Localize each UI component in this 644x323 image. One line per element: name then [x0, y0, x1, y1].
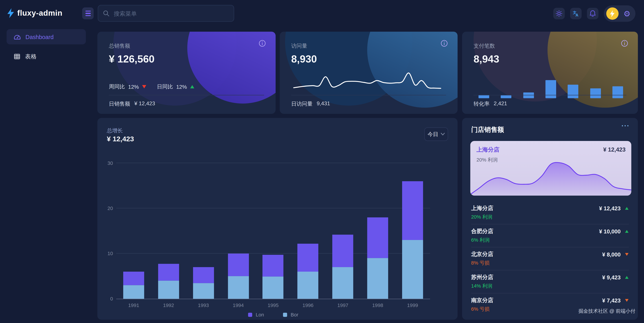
footer-label: 日销售额 — [109, 100, 130, 108]
theme-toggle-button[interactable] — [553, 8, 565, 19]
dashboard-gauge-icon — [14, 33, 21, 41]
bar-segment-lon — [298, 244, 318, 272]
search-box[interactable] — [98, 5, 234, 22]
store-note: 6% 利润 — [471, 237, 629, 244]
divider — [471, 247, 629, 247]
store-value: ¥ 8,000 — [602, 251, 620, 257]
featured-store-card[interactable]: 上海分店 ¥ 12,423 20% 利润 — [470, 141, 632, 196]
x-tick-label: 1996 — [298, 302, 318, 308]
x-tick-label: 1992 — [158, 302, 179, 308]
divider — [291, 95, 446, 95]
bar-group-1994[interactable] — [228, 163, 248, 299]
x-axis-labels: 199119921993199419951996199719981999 — [116, 302, 430, 308]
user-avatar[interactable] — [606, 8, 618, 20]
user-menu[interactable]: ⚙ — [604, 6, 636, 22]
sidebar-item-label: 表格 — [25, 53, 36, 60]
chevron-down-icon — [441, 133, 445, 136]
trend-down-icon — [625, 299, 628, 302]
trend-up-icon — [190, 85, 194, 88]
trend-down-icon — [625, 253, 628, 256]
legend-label: Bor — [291, 312, 298, 317]
sidebar-item-dashboard[interactable]: Dashboard — [6, 29, 86, 44]
settings-gear-icon[interactable]: ⚙ — [624, 10, 630, 17]
divider — [471, 224, 629, 224]
bar-group-1995[interactable] — [262, 163, 284, 299]
search-input[interactable] — [113, 10, 229, 17]
bell-icon — [590, 10, 596, 17]
x-tick-label: 1999 — [402, 302, 423, 308]
y-tick-label: 30 — [102, 160, 113, 166]
card-value: ¥ 126,560 — [109, 53, 154, 65]
bar-segment-lon — [193, 267, 214, 283]
divider — [474, 95, 626, 95]
sidebar-toggle-button[interactable] — [82, 8, 94, 19]
growth-title: 总增长 — [107, 127, 123, 134]
x-tick-label: 1998 — [367, 302, 388, 308]
stat-card-visits: 访问量 8,930 日访问量 9,431 — [280, 32, 458, 114]
growth-chart-card: 总增长 ¥ 12,423 今日 0102030 1991199219931994… — [97, 118, 458, 320]
bar-group-1993[interactable] — [193, 163, 214, 299]
featured-store-value: ¥ 12,423 — [603, 146, 626, 153]
bar-segment-lon — [158, 264, 179, 280]
legend-item-lon[interactable]: Lon — [248, 312, 264, 317]
x-tick-label: 1991 — [123, 302, 144, 308]
card-title: 总销售额 — [109, 42, 130, 50]
x-tick-label: 1997 — [332, 302, 353, 308]
visits-sparkline-chart — [293, 69, 442, 92]
bar-segment-bor — [298, 272, 318, 299]
info-icon[interactable] — [621, 40, 628, 47]
bar-segment-bor — [402, 240, 423, 299]
store-row[interactable]: 上海分店¥ 12,42320% 利润 — [471, 203, 629, 223]
bar-group-1999[interactable] — [402, 163, 423, 299]
bar-segment-lon — [228, 254, 248, 276]
mini-bar — [546, 80, 556, 98]
card-value: 8,943 — [474, 53, 500, 65]
trend-up-icon — [625, 230, 628, 233]
store-row[interactable]: 合肥分店¥ 10,0006% 利润 — [471, 226, 629, 246]
date-range-select[interactable]: 今日 — [424, 127, 448, 141]
legend-item-bor[interactable]: Bor — [283, 312, 298, 317]
featured-store-name: 上海分店 — [476, 146, 500, 154]
language-switch-button[interactable]: 文 A — [570, 8, 582, 19]
divider — [109, 95, 264, 95]
bar-group-1991[interactable] — [123, 163, 144, 299]
bar-group-1998[interactable] — [367, 163, 388, 299]
card-footer: 日销售额 ¥ 12,423 — [109, 100, 155, 108]
mini-bar — [523, 93, 534, 98]
hamburger-icon — [85, 11, 90, 12]
card-footer: 日访问量 9,431 — [291, 100, 330, 108]
store-name: 北京分店 — [471, 251, 602, 258]
panel-title: 门店销售额 — [471, 126, 504, 134]
y-tick-label: 20 — [102, 205, 113, 211]
brand-title: fluxy-admin — [17, 9, 62, 18]
chart-legend: LonBor — [116, 312, 430, 317]
trend-up-icon — [625, 207, 628, 210]
bar-group-1992[interactable] — [158, 163, 179, 299]
notifications-button[interactable] — [587, 8, 598, 19]
sidebar: Dashboard 表格 — [0, 27, 94, 323]
store-name: 苏州分店 — [471, 274, 602, 281]
sun-icon — [556, 10, 562, 17]
y-tick-label: 0 — [102, 296, 113, 302]
divider — [471, 293, 629, 293]
growth-value: ¥ 12,423 — [107, 135, 134, 143]
range-selected-value: 今日 — [428, 131, 438, 138]
bar-segment-bor — [262, 277, 284, 299]
store-list: 上海分店¥ 12,42320% 利润合肥分店¥ 10,0006% 利润北京分店¥… — [471, 203, 629, 315]
store-row[interactable]: 北京分店¥ 8,0008% 亏损 — [471, 248, 629, 269]
bar-group-1996[interactable] — [298, 163, 318, 299]
featured-store-note: 20% 利润 — [476, 157, 498, 164]
translate-icon: 文 A — [573, 10, 579, 18]
more-menu-icon[interactable]: ··· — [622, 122, 630, 130]
x-tick-label: 1995 — [262, 302, 284, 308]
sidebar-item-table[interactable]: 表格 — [6, 49, 86, 64]
divider — [471, 270, 629, 270]
store-row[interactable]: 苏州分店¥ 9,42314% 利润 — [471, 272, 629, 292]
legend-label: Lon — [256, 312, 264, 317]
footer-credit: 掘金技术社区 @ 前端小付 — [578, 308, 636, 315]
store-note: 8% 亏损 — [471, 260, 629, 267]
card-metrics: 周同比 12% 日同比 12% — [109, 83, 194, 90]
info-icon[interactable] — [441, 40, 448, 47]
bar-group-1997[interactable] — [332, 163, 353, 299]
info-icon[interactable] — [259, 40, 266, 47]
